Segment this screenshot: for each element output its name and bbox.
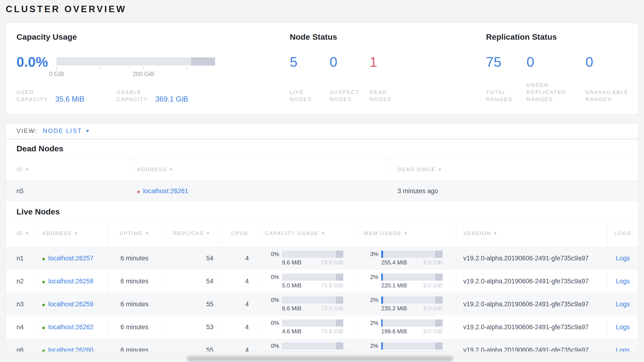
node-address-link[interactable]: localhost:26257	[48, 255, 93, 262]
live-node-address-cell: localhost:26262	[35, 316, 108, 338]
live-col-cpus-header[interactable]: CPUS	[222, 220, 258, 247]
capacity-total-value: 73.8 GiB	[321, 351, 343, 352]
logs-link[interactable]: Logs	[616, 301, 630, 308]
live-node-logs-cell: Logs	[608, 247, 638, 270]
under-replicated-ranges-count: 0	[526, 54, 586, 70]
mem-percent: 3%	[367, 251, 378, 258]
node-address-link[interactable]: localhost:26258	[48, 278, 93, 285]
live-col-replicas-header[interactable]: REPLICAS▼	[161, 220, 222, 247]
mem-usage-tail	[435, 342, 442, 349]
capacity-usage-minibar	[282, 274, 343, 281]
usable-capacity-label: USABLE CAPACITY	[116, 89, 148, 103]
live-node-logs-cell: Logs	[608, 338, 638, 352]
live-node-mem-usage-cell: 2% 235.2 MiB 8.0 GiB	[357, 293, 456, 316]
live-node-version: v19.2.0-alpha.20190606-2491-gfe735c9a97	[456, 270, 608, 293]
mem-usage-tail	[435, 319, 442, 327]
dead-node-address-cell: localhost:26261	[130, 181, 390, 202]
node-address-link[interactable]: localhost:26261	[143, 188, 188, 195]
logs-link[interactable]: Logs	[616, 346, 630, 352]
live-node-row: n4 localhost:26262 6 minutes 53 4 0%	[6, 316, 638, 338]
mem-percent: 2%	[367, 297, 378, 303]
mem-total-value: 8.0 GiB	[424, 282, 442, 289]
dead-col-dead-since-header[interactable]: DEAD SINCE▼	[390, 158, 638, 181]
mem-usage-tail	[435, 274, 442, 281]
mem-total-value: 8.0 GiB	[424, 328, 442, 335]
live-node-uptime: 6 minutes	[108, 293, 161, 316]
capacity-total-value: 73.8 GiB	[321, 259, 343, 266]
node-address-link[interactable]: localhost:26262	[48, 323, 93, 331]
capacity-bar-track	[56, 57, 215, 66]
logs-link[interactable]: Logs	[616, 255, 630, 262]
mem-usage-minibar	[381, 342, 442, 349]
mem-used-value: 235.2 MiB	[381, 305, 407, 312]
horizontal-scrollbar[interactable]	[187, 356, 453, 362]
dead-col-address-header[interactable]: ADDRESS▼	[130, 158, 390, 181]
capacity-used-value: 8.6 MiB	[282, 305, 301, 312]
capacity-usage-minibar	[282, 296, 343, 304]
live-node-address-cell: localhost:26257	[35, 247, 108, 270]
mem-usage-fill	[381, 251, 383, 258]
capacity-usage-title: Capacity Usage	[16, 32, 290, 42]
live-node-mem-usage-cell: 3% 255.4 MiB 8.0 GiB	[357, 247, 456, 270]
live-node-cpus: 4	[222, 270, 258, 293]
sort-desc-icon: ▼	[404, 231, 408, 235]
axis-label-0gib: 0 GiB	[49, 71, 64, 77]
sort-desc-icon: ▼	[494, 231, 498, 235]
live-col-id-header[interactable]: ID▼	[6, 220, 35, 247]
mem-usage-tail	[435, 251, 442, 258]
live-node-row: n1 localhost:26257 6 minutes 54 4 0%	[6, 247, 638, 270]
logs-link[interactable]: Logs	[616, 278, 630, 285]
mem-usage-minibar	[381, 251, 442, 258]
live-node-id: n3	[6, 293, 35, 316]
capacity-total-value: 73.8 GiB	[321, 328, 343, 335]
suspect-nodes-label: SUSPECT NODES	[330, 89, 370, 103]
logs-link[interactable]: Logs	[616, 323, 630, 331]
live-node-capacity-usage-cell: 0% 4.6 MiB 73.8 GiB	[258, 316, 357, 338]
capacity-usage-tail	[336, 342, 343, 349]
capacity-percent: 0%	[268, 343, 279, 349]
live-node-dot-icon	[42, 258, 45, 260]
mem-usage-minibar	[381, 319, 442, 327]
view-bar: VIEW: NODE LIST ▼	[6, 123, 638, 139]
view-selector[interactable]: NODE LIST ▼	[43, 127, 90, 135]
sort-desc-icon: ▼	[438, 167, 442, 171]
live-node-address-cell: localhost:26260	[35, 338, 108, 352]
capacity-usage-bar: 0 GiB 200 GiB	[56, 57, 215, 78]
mem-total-value: 8.0 GiB	[424, 351, 442, 352]
capacity-used-value: 7.8 MiB	[282, 351, 301, 352]
live-col-version-header[interactable]: VERSION▼	[456, 220, 608, 247]
capacity-percent: 0%	[268, 274, 279, 280]
usable-capacity-value: 369.1 GiB	[155, 95, 188, 104]
nodes-tables-card: Dead Nodes ID▼ ADDRESS▼ DEAD SINCE▼ n5	[6, 139, 638, 352]
suspect-nodes-count: 0	[330, 54, 370, 70]
live-node-uptime: 6 minutes	[108, 338, 161, 352]
live-node-address-cell: localhost:26259	[35, 293, 108, 316]
capacity-usage-minibar	[282, 342, 343, 349]
live-node-capacity-usage-cell: 0% 9.6 MiB 73.8 GiB	[258, 247, 357, 270]
live-col-mem-usage-header[interactable]: MEM USAGE▼	[357, 220, 456, 247]
live-node-mem-usage-cell: 2% 220.1 MiB 8.0 GiB	[357, 270, 456, 293]
live-node-id: n6	[6, 338, 35, 352]
sort-desc-icon: ▼	[206, 231, 210, 235]
live-col-uptime-header[interactable]: UPTIME▼	[108, 220, 161, 247]
node-address-link[interactable]: localhost:26259	[48, 301, 93, 308]
mem-used-value: 199.6 MiB	[381, 328, 407, 335]
capacity-percent: 0%	[268, 297, 279, 303]
capacity-used-value: 4.6 MiB	[282, 328, 301, 335]
used-capacity-label: USED CAPACITY	[16, 89, 48, 103]
capacity-total-value: 73.8 GiB	[321, 305, 343, 312]
dead-col-id-header[interactable]: ID▼	[6, 158, 130, 181]
live-node-uptime: 6 minutes	[108, 270, 161, 293]
live-node-logs-cell: Logs	[608, 270, 638, 293]
live-col-capacity-usage-header[interactable]: CAPACITY USAGE▼	[258, 220, 357, 247]
live-node-cpus: 4	[222, 293, 258, 316]
node-address-link[interactable]: localhost:26260	[48, 346, 93, 352]
dead-node-row: n5 localhost:26261 3 minutes ago	[6, 181, 638, 202]
live-node-version: v19.2.0-alpha.20190606-2491-gfe735c9a97	[456, 293, 608, 316]
live-col-address-header[interactable]: ADDRESS▼	[35, 220, 108, 247]
total-ranges-label: TOTAL RANGES	[486, 89, 526, 103]
live-node-replicas: 55	[161, 338, 222, 352]
used-capacity-stat: USED CAPACITY 35.6 MiB	[16, 89, 116, 103]
live-node-dot-icon	[42, 349, 45, 352]
live-node-mem-usage-cell: 2% 199.6 MiB 8.0 GiB	[357, 316, 456, 338]
